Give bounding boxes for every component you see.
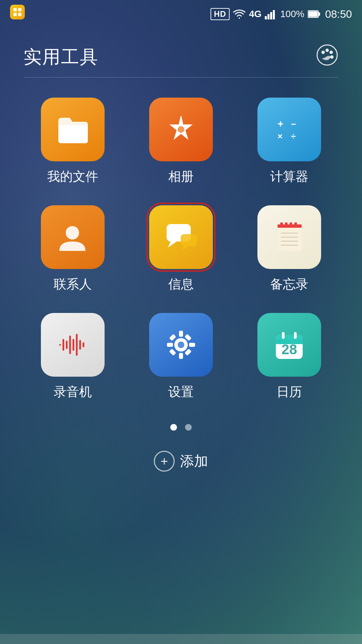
- app-icon-wrapper-contacts: [41, 205, 105, 269]
- network-type: 4G: [249, 9, 261, 19]
- svg-point-21: [66, 226, 79, 239]
- app-icon-settings: [149, 313, 213, 377]
- pagination-dot-1[interactable]: [170, 424, 177, 431]
- svg-rect-28: [285, 222, 288, 228]
- app-label-settings: 设置: [168, 383, 194, 400]
- svg-rect-5: [267, 14, 269, 19]
- app-icon-recorder: [41, 313, 105, 377]
- svg-text:×: ×: [278, 131, 283, 141]
- app-icon-messages: [149, 205, 213, 269]
- svg-rect-46: [179, 331, 183, 337]
- svg-rect-24: [181, 234, 197, 246]
- app-label-myfiles: 我的文件: [47, 168, 98, 185]
- app-icon-wrapper-calendar: 28: [257, 313, 321, 377]
- app-icon-calculator: + − × ÷: [257, 98, 321, 161]
- svg-rect-7: [273, 10, 275, 19]
- app-icon-wrapper-recorder: [41, 313, 105, 377]
- app-item-contacts[interactable]: 联系人: [23, 205, 122, 293]
- status-right: HD 4G 100% 08:50: [210, 8, 352, 20]
- svg-text:+: +: [278, 118, 284, 129]
- add-circle-icon: +: [154, 451, 175, 472]
- app-label-recorder: 录音机: [54, 383, 92, 400]
- folder-title: 实用工具: [23, 45, 99, 69]
- svg-rect-1: [18, 8, 21, 11]
- svg-marker-23: [168, 241, 177, 248]
- time-display: 08:50: [325, 8, 352, 20]
- svg-point-16: [178, 126, 184, 133]
- svg-point-45: [178, 341, 184, 348]
- svg-rect-57: [282, 332, 285, 339]
- svg-text:28: 28: [282, 341, 297, 357]
- svg-rect-31: [278, 228, 302, 251]
- bottom-bar: [0, 634, 362, 644]
- svg-rect-27: [280, 222, 283, 228]
- svg-point-15: [330, 55, 334, 59]
- app-item-settings[interactable]: 设置: [132, 313, 230, 400]
- app-item-notes[interactable]: 备忘录: [240, 205, 339, 293]
- svg-rect-2: [13, 13, 17, 16]
- pagination: [23, 424, 339, 431]
- app-icon-wrapper-settings: [149, 313, 213, 377]
- svg-point-11: [317, 45, 337, 65]
- app-item-messages[interactable]: 信息: [132, 205, 230, 293]
- app-item-myfiles[interactable]: 我的文件: [23, 98, 122, 185]
- app-label-calculator: 计算器: [270, 168, 308, 185]
- palette-icon[interactable]: [316, 44, 339, 70]
- svg-rect-58: [294, 332, 297, 339]
- svg-rect-4: [265, 16, 267, 19]
- app-icon-album: [149, 98, 213, 161]
- add-label: 添加: [180, 452, 208, 471]
- pagination-dot-2[interactable]: [185, 424, 192, 431]
- svg-point-12: [321, 51, 325, 54]
- svg-rect-52: [169, 348, 176, 356]
- signal-icon: [265, 9, 277, 19]
- status-bar: HD 4G 100% 08:50: [0, 0, 362, 23]
- app-icon-calendar: 28: [257, 313, 321, 377]
- svg-rect-22: [167, 224, 191, 241]
- divider: [23, 77, 339, 77]
- svg-rect-10: [318, 12, 320, 16]
- folder-header: 实用工具: [23, 44, 339, 70]
- status-left: [10, 5, 25, 19]
- svg-rect-49: [189, 343, 195, 347]
- launcher-icon: [10, 5, 25, 19]
- app-item-recorder[interactable]: 录音机: [23, 313, 122, 400]
- svg-rect-6: [270, 12, 272, 19]
- app-icon-wrapper-myfiles: [41, 98, 105, 161]
- svg-rect-9: [308, 11, 318, 17]
- app-label-calendar: 日历: [277, 383, 302, 400]
- app-icon-myfiles: [41, 98, 105, 161]
- app-item-calendar[interactable]: 28 日历: [240, 313, 339, 400]
- svg-rect-30: [294, 222, 297, 228]
- app-icon-notes: [257, 205, 321, 269]
- svg-rect-0: [13, 8, 17, 11]
- app-icon-wrapper-messages: [149, 205, 213, 269]
- svg-rect-48: [167, 343, 173, 347]
- main-content: 实用工具: [0, 23, 362, 472]
- svg-rect-50: [169, 334, 176, 341]
- svg-marker-25: [182, 246, 188, 251]
- svg-point-13: [325, 49, 329, 52]
- app-icon-wrapper-notes: [257, 205, 321, 269]
- svg-point-14: [329, 51, 333, 54]
- hd-badge: HD: [210, 8, 230, 20]
- app-item-calculator[interactable]: + − × ÷ 计算器: [240, 98, 339, 185]
- battery-icon: [308, 9, 320, 19]
- svg-rect-3: [18, 13, 21, 16]
- app-label-messages: 信息: [168, 276, 194, 293]
- app-icon-wrapper-album: [149, 98, 213, 161]
- app-icon-wrapper-calculator: + − × ÷: [257, 98, 321, 161]
- svg-text:−: −: [291, 119, 296, 129]
- plus-symbol: +: [161, 454, 168, 469]
- app-icon-contacts: [41, 205, 105, 269]
- svg-rect-29: [290, 222, 292, 228]
- battery-level: 100%: [280, 9, 304, 19]
- wifi-icon: [233, 9, 246, 19]
- app-item-album[interactable]: 相册: [132, 98, 230, 185]
- app-label-album: 相册: [168, 168, 194, 185]
- app-label-notes: 备忘录: [270, 276, 308, 293]
- app-grid: 我的文件 相册 + − ×: [23, 98, 339, 400]
- app-label-contacts: 联系人: [54, 276, 92, 293]
- add-button[interactable]: + 添加: [23, 451, 339, 472]
- svg-text:÷: ÷: [291, 131, 296, 141]
